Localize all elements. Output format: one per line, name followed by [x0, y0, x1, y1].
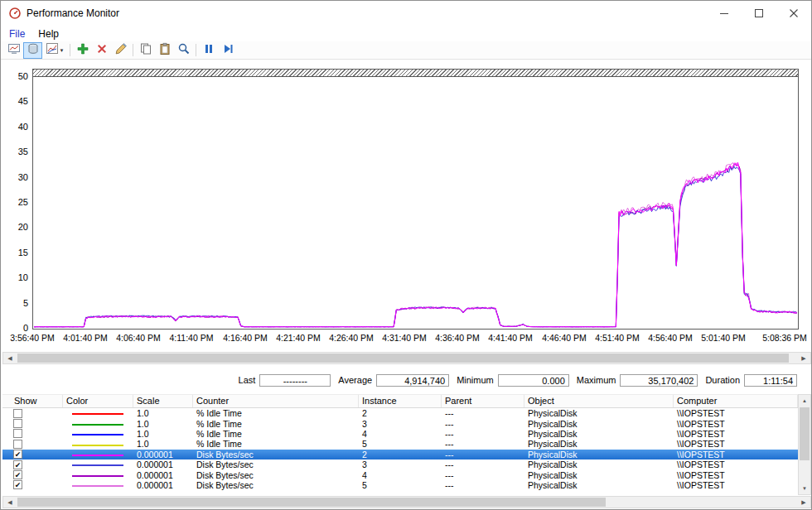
minimum-label: Minimum [457, 375, 494, 385]
highlight-button[interactable] [111, 42, 130, 59]
x-axis-tick-label: 4:06:40 PM [112, 333, 165, 343]
scroll-left-arrow[interactable]: ◀ [3, 353, 17, 363]
cell-show [2, 419, 63, 428]
show-checkbox[interactable] [13, 409, 22, 418]
table-row[interactable]: 1.0% Idle Time5---PhysicalDisk\\IOPSTEST [2, 439, 798, 449]
paste-clipboard-icon [158, 42, 172, 59]
counter-color-sample [72, 485, 123, 487]
cell-color [63, 429, 133, 439]
column-header-scale[interactable]: Scale [133, 395, 193, 407]
cell-computer: \\IOPSTEST [674, 439, 798, 449]
time-range-scrollbar[interactable]: ◀ ▶ [2, 352, 811, 364]
column-header-computer[interactable]: Computer [674, 395, 798, 407]
cell-color [63, 408, 133, 418]
x-axis-tick-label: 5:01:40 PM [697, 333, 750, 343]
titlebar[interactable]: Performance Monitor [1, 1, 811, 26]
zoom-button[interactable] [174, 42, 193, 59]
y-axis-tick-label: 25 [1, 197, 28, 208]
cell-computer: \\IOPSTEST [674, 419, 798, 429]
cell-computer: \\IOPSTEST [674, 480, 798, 490]
copy-properties-button[interactable] [136, 42, 155, 59]
scroll-right-arrow[interactable]: ▶ [797, 497, 810, 508]
vertical-scrollbar-thumb[interactable] [800, 407, 810, 460]
table-horizontal-scrollbar[interactable]: ◀ ▶ [2, 496, 811, 508]
table-row[interactable]: ✔0.000001Disk Bytes/sec2---PhysicalDisk\… [2, 450, 798, 459]
scroll-down-arrow[interactable]: ▼ [799, 483, 810, 494]
cell-counter: % Idle Time [193, 429, 359, 439]
counter-table: ShowColorScaleCounterInstanceParentObjec… [2, 394, 798, 490]
update-data-button[interactable] [218, 42, 237, 59]
table-row[interactable]: 1.0% Idle Time4---PhysicalDisk\\IOPSTEST [2, 429, 798, 439]
column-header-instance[interactable]: Instance [359, 395, 442, 407]
y-axis-tick-label: 35 [1, 147, 28, 157]
column-header-parent[interactable]: Parent [442, 395, 524, 407]
delete-counter-button[interactable] [92, 42, 111, 59]
close-button[interactable] [776, 1, 811, 26]
minimize-button[interactable] [707, 1, 742, 26]
show-checkbox[interactable] [13, 419, 22, 428]
table-vertical-scrollbar[interactable]: ▲ ▼ [798, 394, 811, 495]
menu-file[interactable]: File [2, 27, 31, 41]
time-scrollbar-thumb[interactable] [17, 354, 789, 363]
performance-monitor-window: Performance Monitor File Help ▼ [0, 0, 812, 510]
cell-object: PhysicalDisk [524, 419, 674, 429]
y-axis-tick-label: 0 [1, 323, 28, 334]
x-axis-tick-label: 4:01:40 PM [59, 333, 112, 343]
show-checkbox[interactable]: ✔ [13, 480, 22, 489]
cell-color [63, 450, 133, 459]
maximize-button[interactable] [742, 1, 776, 26]
cell-computer: \\IOPSTEST [674, 459, 798, 469]
show-checkbox[interactable]: ✔ [13, 460, 22, 469]
counter-color-sample [72, 445, 123, 446]
table-row[interactable]: ✔0.000001Disk Bytes/sec5---PhysicalDisk\… [2, 480, 798, 490]
view-current-activity-button[interactable] [4, 42, 23, 59]
cell-counter: % Idle Time [193, 408, 359, 418]
column-header-color[interactable]: Color [63, 395, 133, 407]
cell-show: ✔ [2, 450, 63, 459]
show-checkbox[interactable] [13, 440, 22, 449]
add-counter-button[interactable] [73, 42, 92, 59]
cell-show: ✔ [2, 460, 63, 469]
cell-show: ✔ [2, 470, 63, 479]
cell-counter: % Idle Time [193, 419, 359, 429]
table-header: ShowColorScaleCounterInstanceParentObjec… [2, 394, 798, 408]
column-header-show[interactable]: Show [2, 395, 63, 407]
y-axis-tick-label: 30 [1, 172, 28, 183]
counter-color-sample [72, 464, 123, 466]
show-checkbox[interactable]: ✔ [13, 470, 22, 479]
menu-help[interactable]: Help [31, 27, 65, 41]
cell-show [2, 409, 63, 418]
horizontal-scrollbar-thumb[interactable] [17, 498, 606, 507]
show-checkbox[interactable]: ✔ [13, 450, 22, 459]
column-header-object[interactable]: Object [524, 395, 674, 407]
maximum-value: 35,170,402 [620, 374, 698, 387]
cell-computer: \\IOPSTEST [674, 470, 798, 480]
maximum-label: Maximum [577, 375, 616, 385]
freeze-display-button[interactable] [199, 42, 218, 59]
duration-value: 1:11:54 [744, 374, 797, 387]
table-row[interactable]: ✔0.000001Disk Bytes/sec4---PhysicalDisk\… [2, 469, 798, 479]
x-axis-tick-label: 4:31:40 PM [378, 333, 431, 343]
cell-instance: 3 [359, 459, 442, 469]
scroll-up-arrow[interactable]: ▲ [799, 395, 810, 407]
cell-counter: Disk Bytes/sec [193, 480, 359, 490]
cell-scale: 0.000001 [133, 480, 193, 490]
cell-instance: 5 [359, 480, 442, 490]
cell-counter: Disk Bytes/sec [193, 450, 359, 459]
table-row[interactable]: 1.0% Idle Time2---PhysicalDisk\\IOPSTEST [2, 408, 798, 418]
x-axis-tick-label: 4:11:40 PM [165, 333, 218, 343]
table-row[interactable]: 1.0% Idle Time3---PhysicalDisk\\IOPSTEST [2, 418, 798, 428]
change-graph-type-button[interactable]: ▼ [42, 42, 67, 59]
scroll-left-arrow[interactable]: ◀ [3, 497, 17, 508]
scroll-right-arrow[interactable]: ▶ [797, 353, 810, 363]
show-checkbox[interactable] [13, 429, 22, 438]
table-row[interactable]: ✔0.000001Disk Bytes/sec3---PhysicalDisk\… [2, 459, 798, 469]
y-axis-labels: 50454035302520151050 [1, 71, 28, 334]
highlighter-pen-icon [114, 42, 128, 59]
column-header-counter[interactable]: Counter [193, 395, 359, 407]
cell-object: PhysicalDisk [524, 429, 674, 439]
add-plus-icon [76, 42, 89, 59]
view-log-data-button[interactable] [23, 42, 42, 59]
chart-canvas [33, 70, 798, 329]
paste-counter-list-button[interactable] [155, 42, 174, 59]
